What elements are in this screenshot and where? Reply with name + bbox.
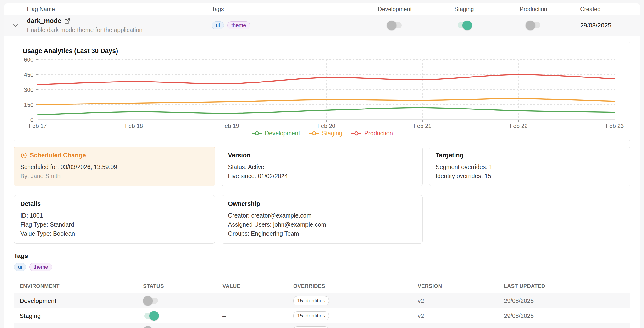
tag-pill-theme: theme xyxy=(227,21,250,29)
staging-toggle[interactable] xyxy=(456,20,472,30)
scheduled-by-text: By: Jane Smith xyxy=(20,171,208,181)
svg-text:450: 450 xyxy=(24,71,34,78)
env-col-version: VERSION xyxy=(416,281,502,293)
scheduled-change-card: Scheduled Change Scheduled for: 03/03/20… xyxy=(14,147,215,186)
usage-analytics-card: Usage Analytics (Last 30 Days) 015030045… xyxy=(14,42,630,141)
svg-text:Feb 17: Feb 17 xyxy=(29,123,47,128)
flag-table-header: Flag Name Tags Development Staging Produ… xyxy=(4,3,640,15)
overrides-badge[interactable]: 15 identities xyxy=(293,296,329,305)
column-header-tags: Tags xyxy=(212,6,360,12)
feature-flag-panel: Flag Name Tags Development Staging Produ… xyxy=(4,3,640,328)
version-card: Version Status: Active Live since: 01/02… xyxy=(222,147,423,186)
svg-text:Feb 18: Feb 18 xyxy=(125,123,143,128)
env-name: Production xyxy=(20,327,49,328)
ownership-assigned-users: Assigned Users: john@example.com xyxy=(228,220,416,229)
external-link-icon[interactable] xyxy=(64,18,70,24)
tag-pill-theme: theme xyxy=(30,263,52,271)
env-col-value: VALUE xyxy=(220,281,292,293)
flag-detail-section: Usage Analytics (Last 30 Days) 015030045… xyxy=(4,36,640,328)
env-last-updated: 29/08/2025 xyxy=(504,313,534,319)
env-row-staging: Staging – 15 identities v2 29/08/2025 xyxy=(14,309,630,324)
development-status-toggle[interactable] xyxy=(143,296,159,306)
env-col-overrides: OVERRIDES xyxy=(292,281,416,293)
flag-row: dark_mode Enable dark mode theme for the… xyxy=(4,15,640,36)
svg-text:Feb 23: Feb 23 xyxy=(606,123,624,128)
production-status-toggle[interactable] xyxy=(143,326,159,328)
env-version: v2 xyxy=(418,313,424,319)
details-value-type: Value Type: Boolean xyxy=(20,229,208,238)
targeting-card-title: Targeting xyxy=(436,152,624,159)
svg-text:Feb 20: Feb 20 xyxy=(318,123,336,128)
ownership-card: Ownership Creator: creator@example.com A… xyxy=(222,195,423,244)
scheduled-change-title: Scheduled Change xyxy=(30,152,86,159)
targeting-card: Targeting Segment overrides: 1 Identity … xyxy=(429,147,630,186)
svg-text:Feb 22: Feb 22 xyxy=(510,123,528,128)
ownership-card-title: Ownership xyxy=(228,200,416,208)
tag-pill-ui: ui xyxy=(14,263,26,271)
svg-text:0: 0 xyxy=(30,117,34,123)
ownership-groups: Groups: Engineering Team xyxy=(228,229,416,238)
overrides-badge[interactable]: 15 identities xyxy=(293,311,329,320)
staging-status-toggle[interactable] xyxy=(143,311,159,321)
env-last-updated: 29/08/2025 xyxy=(504,298,534,304)
version-status: Status: Active xyxy=(228,162,416,171)
scheduled-for-text: Scheduled for: 03/03/2026, 13:59:09 xyxy=(20,162,208,171)
env-col-status: STATUS xyxy=(143,281,220,293)
column-header-development: Development xyxy=(360,6,430,12)
flag-name: dark_mode xyxy=(27,17,61,25)
details-card: Details ID: 1001 Flag Type: Standard Val… xyxy=(14,195,215,244)
env-col-environment: ENVIRONMENT xyxy=(14,281,143,293)
svg-text:150: 150 xyxy=(24,102,34,108)
column-header-staging: Staging xyxy=(430,6,499,12)
env-value: – xyxy=(222,327,226,328)
overrides-badge[interactable]: 15 identities xyxy=(293,326,329,328)
svg-text:600: 600 xyxy=(24,57,34,63)
env-value: – xyxy=(222,297,226,304)
info-cards-grid: Scheduled Change Scheduled for: 03/03/20… xyxy=(14,147,630,244)
legend-item-development[interactable]: Development xyxy=(252,130,300,137)
legend-marker-icon xyxy=(308,131,320,136)
chart-title: Usage Analytics (Last 30 Days) xyxy=(23,47,624,55)
legend-item-staging[interactable]: Staging xyxy=(308,130,342,137)
env-value: – xyxy=(222,312,226,320)
column-header-production: Production xyxy=(499,6,568,12)
svg-text:Feb 21: Feb 21 xyxy=(414,123,432,128)
column-header-flag-name: Flag Name xyxy=(27,6,212,12)
column-header-created: Created xyxy=(568,6,640,12)
details-flag-type: Flag Type: Standard xyxy=(20,220,208,229)
flag-created-date: 29/08/2025 xyxy=(568,22,640,29)
version-live-since: Live since: 01/02/2024 xyxy=(228,171,416,181)
env-name: Development xyxy=(20,297,56,304)
legend-marker-icon xyxy=(252,131,262,136)
environments-table-header: ENVIRONMENT STATUS VALUE OVERRIDES VERSI… xyxy=(14,281,630,293)
env-row-development: Development – 15 identities v2 29/08/202… xyxy=(14,293,630,309)
svg-text:Feb 19: Feb 19 xyxy=(221,123,239,128)
details-id: ID: 1001 xyxy=(20,211,208,220)
env-version: v2 xyxy=(418,298,424,304)
svg-text:300: 300 xyxy=(24,86,34,93)
chevron-down-icon[interactable] xyxy=(12,22,19,29)
environments-table: ENVIRONMENT STATUS VALUE OVERRIDES VERSI… xyxy=(14,281,630,328)
segment-overrides: Segment overrides: 1 xyxy=(436,162,624,171)
tags-section: Tags ui theme xyxy=(14,252,630,271)
env-name: Staging xyxy=(20,312,41,320)
production-toggle[interactable] xyxy=(526,20,541,30)
identity-overrides: Identity overrides: 15 xyxy=(436,171,624,181)
development-toggle[interactable] xyxy=(387,20,402,30)
legend-marker-icon xyxy=(351,131,362,136)
flag-description: Enable dark mode theme for the applicati… xyxy=(27,26,212,33)
env-row-production: Production – 15 identities v1 29/08/2025 xyxy=(14,324,630,328)
tags-section-title: Tags xyxy=(14,252,630,260)
tag-pill-ui: ui xyxy=(212,21,224,29)
version-card-title: Version xyxy=(228,152,416,159)
usage-chart-svg: 0150300450600Feb 17Feb 18Feb 19Feb 20Feb… xyxy=(20,57,624,128)
ownership-creator: Creator: creator@example.com xyxy=(228,211,416,220)
chart-legend: DevelopmentStagingProduction xyxy=(20,130,624,137)
legend-item-production[interactable]: Production xyxy=(351,130,393,137)
env-col-last-updated: LAST UPDATED xyxy=(502,281,630,293)
clock-icon xyxy=(20,152,27,159)
details-card-title: Details xyxy=(20,200,208,208)
